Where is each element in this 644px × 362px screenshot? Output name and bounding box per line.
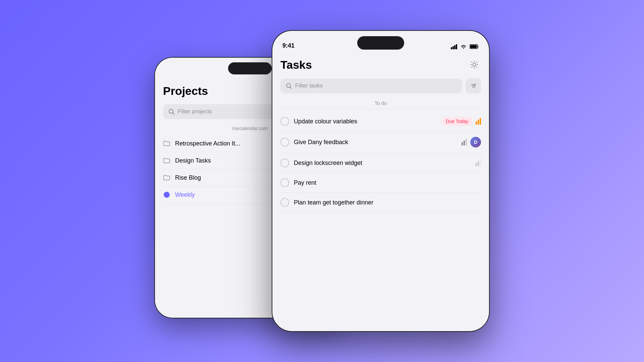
sort-button[interactable] [466, 78, 481, 94]
svg-line-11 [290, 87, 291, 88]
tasks-search-row: Filter tasks [280, 78, 481, 94]
task-meta: Due Today [442, 117, 481, 126]
dynamic-island-front [357, 36, 404, 50]
project-name: Retrospective Action It... [175, 140, 240, 147]
phones-container: 9:41 Projects Filter projects risecalend… [154, 30, 490, 332]
priority-low-icon [476, 160, 481, 166]
tasks-search-bar[interactable]: Filter tasks [280, 78, 462, 93]
projects-search-placeholder: Filter projects [178, 108, 212, 115]
tasks-content: Tasks Filter tasks [272, 53, 489, 331]
tasks-search-placeholder: Filter tasks [295, 82, 323, 89]
svg-rect-4 [452, 46, 454, 49]
task-item[interactable]: Plan team get together dinner [280, 193, 481, 213]
project-name: Weekly [175, 191, 195, 198]
status-icons [451, 44, 479, 49]
svg-rect-5 [454, 45, 455, 49]
tasks-title: Tasks [280, 58, 312, 71]
task-item[interactable]: Pay rent [280, 173, 481, 193]
task-checkbox[interactable] [280, 117, 289, 126]
sort-icon [470, 82, 477, 89]
phone-tasks: 9:41 [272, 30, 490, 332]
folder-icon [163, 140, 170, 147]
tasks-section-divider: To do [280, 100, 481, 109]
due-today-badge: Due Today [442, 117, 472, 126]
folder-icon [163, 157, 170, 164]
task-item[interactable]: Design lockscreen widget [280, 153, 481, 173]
task-name: Give Dany feedback [294, 139, 457, 146]
svg-point-10 [286, 83, 290, 87]
gear-icon [470, 60, 479, 69]
search-icon [286, 83, 292, 89]
task-item[interactable]: Update colour variables Due Today [280, 112, 481, 131]
project-name: Design Tasks [175, 157, 211, 164]
task-meta: D [462, 137, 481, 147]
svg-point-9 [473, 63, 476, 66]
svg-point-0 [169, 109, 173, 113]
priority-high-icon [476, 118, 481, 125]
svg-rect-8 [470, 45, 477, 48]
task-name: Update colour variables [294, 118, 437, 125]
time-front: 9:41 [282, 42, 294, 49]
avatar: D [470, 137, 481, 147]
battery-icon [470, 44, 479, 49]
svg-rect-3 [451, 47, 452, 49]
signal-icon [451, 44, 458, 49]
settings-button[interactable] [468, 58, 481, 71]
svg-point-2 [164, 192, 170, 198]
task-checkbox[interactable] [280, 178, 289, 187]
task-checkbox[interactable] [280, 198, 289, 207]
svg-line-1 [173, 113, 174, 114]
task-checkbox[interactable] [280, 159, 289, 167]
task-meta [476, 160, 481, 166]
svg-rect-6 [456, 44, 457, 49]
tasks-header: Tasks [280, 58, 481, 71]
folder-icon [163, 174, 170, 181]
project-name: Rise Blog [175, 174, 201, 181]
task-item[interactable]: Give Dany feedback D [280, 131, 481, 153]
task-name: Design lockscreen widget [294, 160, 471, 167]
task-name: Plan team get together dinner [294, 199, 481, 206]
dynamic-island-back [228, 62, 272, 74]
task-checkbox[interactable] [280, 138, 289, 146]
search-icon [168, 109, 174, 115]
circle-filled-icon [163, 191, 170, 198]
priority-medium-icon [462, 139, 467, 145]
wifi-icon [460, 44, 467, 49]
task-name: Pay rent [294, 179, 481, 186]
